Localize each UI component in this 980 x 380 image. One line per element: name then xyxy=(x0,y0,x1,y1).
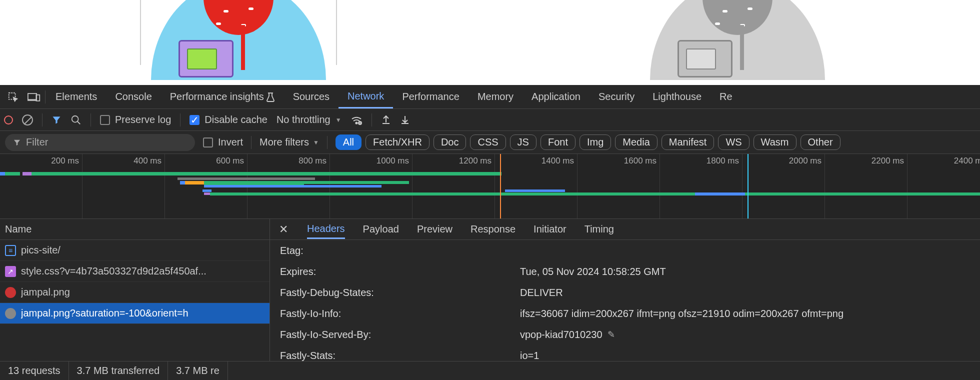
svg-point-5 xyxy=(72,116,78,122)
response-header-row: Fastly-Stats:io=1 xyxy=(280,345,980,361)
detail-tab-initiator[interactable]: Initiator xyxy=(534,220,566,238)
header-value: io=1 xyxy=(520,350,539,362)
download-har-icon[interactable] xyxy=(400,114,410,126)
filter-type-other[interactable]: Other xyxy=(800,134,840,150)
upload-har-icon[interactable] xyxy=(381,114,391,126)
tab-sources[interactable]: Sources xyxy=(284,85,338,108)
filter-type-wasm[interactable]: Wasm xyxy=(754,134,796,150)
header-key: Fastly-Stats: xyxy=(280,350,520,362)
preserve-log-label: Preserve log xyxy=(115,114,171,126)
filter-type-manifest[interactable]: Manifest xyxy=(662,134,714,150)
tab-performance[interactable]: Performance xyxy=(393,85,468,108)
page-content-preview xyxy=(0,0,980,85)
tab-elements[interactable]: Elements xyxy=(46,85,106,108)
timeline-tick: 1000 ms xyxy=(376,156,409,166)
timeline-tick: 800 ms xyxy=(298,156,326,166)
funnel-icon xyxy=(13,138,21,146)
more-filters-dropdown[interactable]: More filters ▼ xyxy=(260,136,319,148)
disable-cache-checkbox[interactable]: ✓ Disable cache xyxy=(190,114,268,126)
header-key: Expires: xyxy=(280,266,520,278)
filter-type-img[interactable]: Img xyxy=(580,134,611,150)
filter-type-media[interactable]: Media xyxy=(615,134,657,150)
request-row[interactable]: jampal.png xyxy=(0,282,270,303)
svg-rect-1 xyxy=(28,94,36,100)
status--transferred: 3.7 MB transferred xyxy=(69,362,168,380)
preserve-log-checkbox[interactable]: Preserve log xyxy=(100,114,171,126)
detail-tab-response[interactable]: Response xyxy=(470,220,516,238)
header-value: vpop-kiad7010230✎ xyxy=(520,329,615,340)
record-button[interactable] xyxy=(4,116,13,124)
filter-input[interactable]: Filter xyxy=(5,134,195,151)
status-requests: 13 requests xyxy=(0,362,69,380)
device-toolbar-icon[interactable] xyxy=(24,87,44,107)
filter-type-js[interactable]: JS xyxy=(510,134,536,150)
image-icon xyxy=(5,287,16,298)
tab-lighthouse[interactable]: Lighthouse xyxy=(644,85,710,108)
request-row[interactable]: ↗style.css?v=4b73a503327d9d2a5f450af... xyxy=(0,261,270,282)
filter-type-all[interactable]: All xyxy=(336,134,362,150)
svg-point-7 xyxy=(356,122,357,124)
tab-security[interactable]: Security xyxy=(590,85,644,108)
image-original xyxy=(151,0,326,80)
request-row[interactable]: jampal.png?saturation=-100&orient=h xyxy=(0,303,270,324)
disable-cache-label: Disable cache xyxy=(204,114,268,126)
network-toolbar: Preserve log ✓ Disable cache No throttli… xyxy=(0,109,980,131)
response-header-row: Fastly-Io-Served-By:vpop-kiad7010230✎ xyxy=(280,324,980,345)
response-header-row: Etag: xyxy=(280,240,980,261)
filter-type-doc[interactable]: Doc xyxy=(434,134,466,150)
close-detail-button[interactable]: ✕ xyxy=(275,223,292,236)
tab-performance-insights[interactable]: Performance insights xyxy=(161,85,284,108)
inspect-element-icon[interactable] xyxy=(3,87,23,107)
network-filterbar: Filter Invert More filters ▼ AllFetch/XH… xyxy=(0,131,980,154)
timeline-tick: 1400 ms xyxy=(542,156,574,166)
filter-type-ws[interactable]: WS xyxy=(718,134,749,150)
request-row[interactable]: ≡pics-site/ xyxy=(0,240,270,261)
response-header-row: Fastly-Debug-States:DELIVER xyxy=(280,282,980,303)
detail-tab-headers[interactable]: Headers xyxy=(307,220,345,239)
chevron-down-icon: ▼ xyxy=(313,139,319,146)
request-name: jampal.png?saturation=-100&orient=h xyxy=(21,308,188,319)
beaker-icon xyxy=(266,92,275,102)
image-icon xyxy=(5,308,16,319)
timeline-tick: 2200 ms xyxy=(872,156,904,166)
detail-tab-preview[interactable]: Preview xyxy=(417,220,452,238)
domcontentloaded-marker xyxy=(500,154,501,218)
search-icon[interactable] xyxy=(70,114,82,126)
invert-checkbox[interactable]: Invert xyxy=(203,136,243,148)
throttling-select[interactable]: No throttling ▼ xyxy=(276,114,342,126)
stylesheet-icon: ↗ xyxy=(5,266,16,277)
timeline-tick: 1200 ms xyxy=(459,156,492,166)
devtools-tabbar: ElementsConsolePerformance insightsSourc… xyxy=(0,85,980,109)
column-header-name[interactable]: Name xyxy=(0,219,270,240)
response-header-row: Fastly-Io-Info:ifsz=36067 idim=200x267 i… xyxy=(280,303,980,324)
network-conditions-icon[interactable] xyxy=(350,114,362,126)
clear-button[interactable] xyxy=(22,114,33,126)
status-resources: 3.7 MB re xyxy=(168,362,228,380)
tab-application[interactable]: Application xyxy=(522,85,590,108)
header-value: DELIVER xyxy=(520,287,563,298)
filter-type-fetch-xhr[interactable]: Fetch/XHR xyxy=(366,134,430,150)
timeline-tick: 200 ms xyxy=(51,156,79,166)
detail-tab-timing[interactable]: Timing xyxy=(584,220,614,238)
tab-memory[interactable]: Memory xyxy=(468,85,522,108)
timeline-tick: 2000 ms xyxy=(789,156,822,166)
tab-re[interactable]: Re xyxy=(710,85,742,108)
filter-type-css[interactable]: CSS xyxy=(470,134,506,150)
filter-toggle-icon[interactable] xyxy=(52,115,62,125)
header-key: Fastly-Debug-States: xyxy=(280,287,520,298)
detail-tab-payload[interactable]: Payload xyxy=(363,220,399,238)
timeline-tick: 400 ms xyxy=(134,156,162,166)
status-bar: 13 requests 3.7 MB transferred 3.7 MB re xyxy=(0,361,980,380)
edit-icon[interactable]: ✎ xyxy=(608,329,615,340)
header-key: Fastly-Io-Served-By: xyxy=(280,329,520,340)
timeline-tick: 1600 ms xyxy=(624,156,656,166)
load-marker xyxy=(748,154,748,218)
detail-tabbar: ✕ HeadersPayloadPreviewResponseInitiator… xyxy=(270,219,980,240)
request-name: jampal.png xyxy=(21,286,70,298)
filter-type-font[interactable]: Font xyxy=(540,134,576,150)
tab-network[interactable]: Network xyxy=(338,85,393,108)
tab-console[interactable]: Console xyxy=(106,85,160,108)
network-timeline[interactable]: 200 ms400 ms600 ms800 ms1000 ms1200 ms14… xyxy=(0,154,980,219)
header-value: ifsz=36067 idim=200x267 ifmt=png ofsz=21… xyxy=(520,308,844,320)
request-name: style.css?v=4b73a503327d9d2a5f450af... xyxy=(21,266,206,277)
